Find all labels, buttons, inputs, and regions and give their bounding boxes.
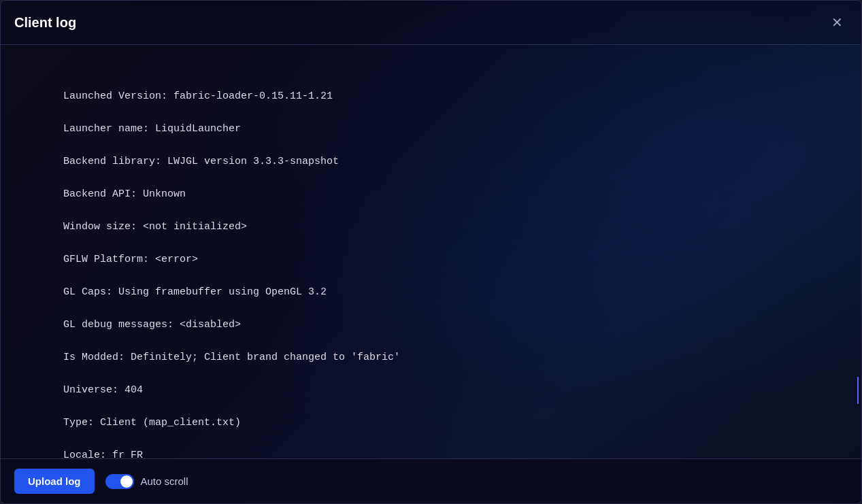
auto-scroll-toggle[interactable] — [105, 474, 134, 489]
log-line: GL debug messages: <disabled> — [14, 317, 848, 333]
log-line: Locale: fr_FR — [14, 448, 848, 458]
log-line: GL Caps: Using framebuffer using OpenGL … — [14, 284, 848, 301]
log-line: Launcher name: LiquidLauncher — [14, 121, 848, 137]
dialog-title: Client log — [14, 15, 76, 31]
log-line: Launched Version: fabric-loader-0.15.11-… — [14, 88, 848, 105]
scrollbar-indicator — [857, 377, 859, 404]
auto-scroll-container: Auto scroll — [105, 474, 188, 489]
log-line: GFLW Platform: <error> — [14, 252, 848, 268]
log-line: Type: Client (map_client.txt) — [14, 415, 848, 431]
log-line: Backend library: LWJGL version 3.3.3-sna… — [14, 154, 848, 170]
upload-log-button[interactable]: Upload log — [14, 469, 95, 494]
log-content: Launched Version: fabric-loader-0.15.11-… — [14, 56, 848, 458]
client-log-dialog: Client log ✕ Launched Version: fabric-lo… — [0, 0, 862, 504]
toggle-knob — [120, 475, 133, 488]
log-line: Universe: 404 — [14, 382, 848, 399]
auto-scroll-label: Auto scroll — [141, 475, 188, 487]
log-line: Window size: <not initialized> — [14, 219, 848, 235]
bottom-bar: Upload log Auto scroll — [1, 458, 861, 503]
close-button[interactable]: ✕ — [826, 12, 848, 33]
title-bar: Client log ✕ — [1, 1, 861, 45]
log-line: Is Modded: Definitely; Client brand chan… — [14, 350, 848, 366]
log-area[interactable]: Launched Version: fabric-loader-0.15.11-… — [1, 45, 861, 458]
log-line: Backend API: Unknown — [14, 186, 848, 203]
